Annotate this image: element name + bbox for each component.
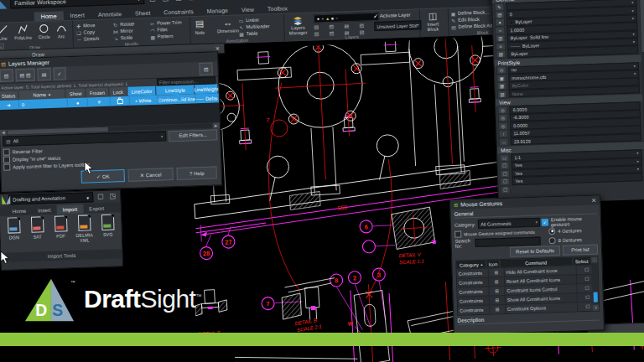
multileader-icon: ↖ (238, 24, 244, 30)
bullet-icon: ● (510, 20, 513, 25)
chevron-down-icon: ▾ (536, 220, 538, 225)
import-svg-button[interactable]: SVG (96, 214, 119, 250)
new-file-icon[interactable]: ▢ (96, 193, 106, 201)
lineweight-cell: ——Defaul (195, 93, 218, 103)
layer-icon: ▤ (204, 66, 209, 72)
insert-block-tool[interactable]: ◫ Insert Block (421, 10, 445, 32)
cancel-button[interactable]: ✕Cancel (127, 168, 173, 182)
delete-layer-button[interactable]: ▤ (37, 68, 50, 81)
xml-file-icon (77, 215, 91, 230)
line-sample-icon: —— (195, 96, 204, 101)
draftsight-logo: D S ™ DraftSight™ (23, 275, 201, 323)
activate-layer-button[interactable]: ✓ (53, 67, 66, 80)
scroll-down-icon[interactable]: ▾ (593, 304, 599, 310)
layer-preview-button[interactable]: ▤ (200, 62, 213, 75)
layer-op-icon[interactable]: ▤ (314, 23, 324, 29)
save-icon[interactable]: ▣ (174, 0, 184, 2)
layer-state-select[interactable]: Unsaved Layer State ▾ (374, 20, 421, 31)
svg-text:D: D (35, 301, 47, 319)
group-insert-block: ◫ Insert Block (419, 8, 449, 37)
layers-table: Status Name▲ Show Frozen Lock LineColor … (0, 84, 220, 136)
checkbox-icon (3, 156, 10, 163)
polyline-tool[interactable]: PolyLine (14, 24, 33, 41)
chevron-down-icon: ▾ (632, 32, 634, 36)
scrollbar-thumb[interactable] (640, 0, 644, 52)
layers-manager-tool[interactable]: Layers Manager (285, 15, 311, 36)
arc-tool[interactable]: Arc (56, 23, 67, 39)
detail-v: DETAIL V SCALE 1:1 (391, 207, 437, 266)
col-show[interactable]: Show (65, 88, 86, 98)
current-layer-icon: ➜ (7, 102, 11, 107)
print-icon[interactable]: ▥ (200, 0, 210, 1)
new-layer-vpfrozen-button[interactable]: ▤▤ (15, 69, 35, 82)
filter-list-icon: ▤ (6, 139, 10, 144)
constraint-icon: ⊞ (490, 296, 506, 305)
line-tool[interactable]: Line (0, 25, 8, 41)
vertical-scrollbar[interactable]: ▾ (592, 264, 600, 310)
stretch-tool[interactable]: ↔Stretch (76, 35, 100, 43)
tab-import[interactable]: Import (56, 204, 83, 215)
scroll-left-icon[interactable]: ◀ (0, 130, 7, 136)
minus-icon[interactable]: − (591, 256, 597, 262)
undo-icon[interactable]: ↺ (213, 0, 222, 1)
open-file-icon[interactable]: ◳ (161, 0, 171, 3)
edit-filters-button[interactable]: Edit Filters... (169, 129, 217, 142)
col-status[interactable]: Status (0, 90, 19, 101)
linecolor-cell: ▪White (129, 96, 158, 106)
frozen-cell: ☀ (88, 97, 111, 107)
power-trim-icon: ✂ (149, 20, 155, 26)
layer-op-icon[interactable]: ▤ (344, 23, 354, 28)
layer-color-strip[interactable]: ● ● ▲ ■ ○ ▾ (314, 13, 379, 23)
detail-callout-circle: 7 (266, 116, 288, 137)
category-select[interactable]: All Commands ▾ (478, 218, 540, 229)
new-file-icon[interactable]: ▢ (148, 0, 158, 3)
swatch-dot-icon: ● (317, 16, 319, 21)
import-pdf-button[interactable]: PDF (49, 215, 72, 251)
pattern-tool[interactable]: ▦Pattern (150, 33, 183, 40)
app-logo-icon[interactable] (0, 0, 7, 9)
svg-text:28: 28 (203, 250, 210, 257)
help-button[interactable]: ?Help (176, 166, 216, 180)
import-sat-button[interactable]: SAT (25, 216, 49, 252)
chevron-down-icon: ▾ (632, 16, 634, 20)
draftsight-promo-screen: 7 550 28 27 7 8 2 3 6 W (0, 0, 644, 362)
import-delmia-xml-button[interactable]: DELMIA XML (72, 215, 96, 251)
scale-tool[interactable]: ↘Scale (113, 34, 135, 41)
search-input[interactable] (475, 236, 540, 246)
circle-tool[interactable]: Circle (38, 23, 50, 39)
line-sample-icon: —— (511, 44, 520, 49)
table-tool[interactable]: ▦Table (238, 29, 270, 37)
dgn-file-icon (7, 217, 20, 233)
color-swatch-icon: ▪ (135, 98, 137, 103)
scale-icon: ↘ (113, 35, 119, 41)
swatch-o-icon: ○ (335, 15, 338, 20)
layer-op-icon[interactable]: ▤ (329, 23, 339, 28)
import-dgn-button[interactable]: DGN (2, 217, 25, 253)
print-list-button[interactable]: Print list (563, 244, 598, 255)
layer-op-icon[interactable]: ▤ (359, 22, 369, 28)
scrollbar-thumb[interactable] (594, 292, 598, 303)
scroll-right-icon[interactable]: ▶ (213, 122, 220, 128)
close-icon[interactable]: ✕ (591, 197, 596, 204)
layer-icon: ▤ (26, 72, 31, 78)
mouse-gestures-dialog: ⊞ Mouse Gestures ✕ General Category: All… (449, 194, 605, 335)
svg-text:8: 8 (335, 277, 339, 284)
svg-text:6: 6 (364, 223, 368, 230)
open-file-icon[interactable]: ◳ (107, 192, 117, 200)
chevron-down-icon: ▾ (138, 0, 141, 3)
chevron-down-icon: ▾ (631, 8, 633, 13)
col-lock[interactable]: Lock (109, 87, 128, 97)
reset-to-defaults-button[interactable]: Reset to Defaults (510, 246, 560, 257)
note-tool[interactable]: ▤ Note (191, 18, 209, 36)
search-label: Search for: (454, 238, 472, 249)
tab-insert[interactable]: Insert (32, 205, 57, 215)
new-layer-button[interactable]: ▤ (0, 69, 13, 82)
radio-8-gestures[interactable]: 8 Gestures (542, 234, 597, 245)
note-icon: ▤ (195, 18, 205, 29)
activate-layer-button[interactable]: ✓ Activate Layer (374, 13, 411, 18)
constraint-icon: ⊞ (489, 277, 505, 287)
save-all-icon[interactable]: ▤ (187, 0, 197, 2)
tab-export[interactable]: Export (83, 204, 110, 214)
enable-gestures-checkbox[interactable]: ✓ Enable mouse gestures (542, 215, 597, 226)
tab-home[interactable]: Home (7, 206, 33, 216)
